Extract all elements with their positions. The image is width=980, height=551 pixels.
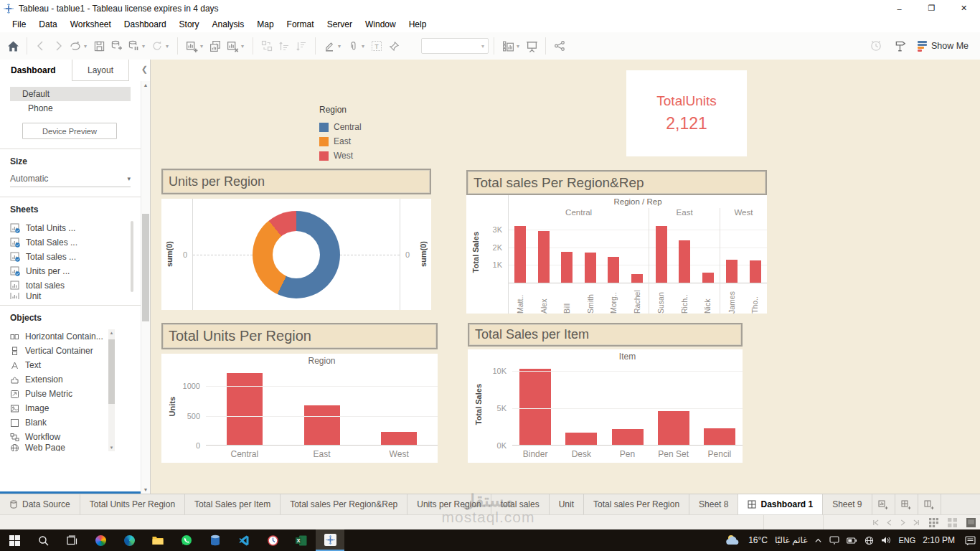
total-sales-item-title[interactable]: Total Sales per Item: [468, 323, 743, 347]
tab-total-sales-per-region-rep[interactable]: Total sales Per Region&Rep: [281, 494, 407, 514]
close-button[interactable]: ✕: [948, 0, 980, 17]
group-members-icon[interactable]: [344, 37, 362, 55]
battery-icon[interactable]: [847, 537, 857, 545]
new-worksheet-caret-icon[interactable]: ▾: [200, 43, 207, 50]
menu-item-server[interactable]: Server: [321, 18, 359, 31]
tab-dashboard[interactable]: Dashboard: [11, 65, 56, 75]
presentation-icon[interactable]: [523, 37, 540, 55]
swap-axes-icon[interactable]: [258, 37, 275, 55]
cast-icon[interactable]: [829, 536, 839, 545]
photos-button[interactable]: [86, 529, 115, 551]
task-view-button[interactable]: [57, 529, 86, 551]
bar-matt[interactable]: [514, 226, 526, 283]
menu-item-help[interactable]: Help: [402, 18, 433, 31]
tab-data-source[interactable]: Data Source: [0, 494, 80, 514]
sheet-item-units-per[interactable]: Units per ...: [10, 264, 131, 278]
new-datasource-icon[interactable]: [108, 37, 125, 55]
temperature[interactable]: 16°C: [748, 535, 768, 545]
refresh-caret-icon[interactable]: ▾: [166, 43, 172, 50]
bar-rich[interactable]: [679, 240, 690, 283]
collapse-pane-icon[interactable]: ❮: [141, 65, 148, 74]
sheet-item-total-sales[interactable]: total sales: [10, 278, 131, 293]
bar-bill[interactable]: [561, 252, 573, 283]
show-hide-cards-icon[interactable]: [892, 37, 909, 55]
new-dashboard-tab-button[interactable]: [895, 494, 918, 514]
forward-icon[interactable]: [50, 37, 67, 55]
tab-dashboard-1[interactable]: Dashboard 1: [738, 494, 823, 514]
bar-nick[interactable]: [702, 273, 714, 283]
menu-item-window[interactable]: Window: [359, 18, 402, 31]
bar-susan[interactable]: [656, 226, 667, 283]
sheet-sorter-view-icon[interactable]: [929, 518, 938, 527]
device-preview-button[interactable]: Device Preview: [22, 123, 117, 139]
volume-icon[interactable]: [881, 536, 891, 545]
new-worksheet-tab-button[interactable]: [872, 494, 895, 514]
legend-item-east[interactable]: East: [319, 134, 362, 149]
toolbar-combo[interactable]: ▾: [421, 38, 489, 54]
language-indicator[interactable]: ENG: [898, 536, 915, 545]
total-units-region-title[interactable]: Total Units Per Region: [161, 323, 438, 349]
fit-caret-icon[interactable]: ▾: [517, 43, 523, 50]
new-story-tab-button[interactable]: [918, 494, 941, 514]
legend-item-central[interactable]: Central: [319, 120, 362, 134]
last-sheet-icon[interactable]: [913, 519, 920, 526]
refresh-icon[interactable]: [149, 37, 166, 55]
file-explorer-button[interactable]: [143, 529, 172, 551]
pause-updates-icon[interactable]: [125, 37, 142, 55]
highlight-icon[interactable]: [321, 37, 338, 55]
menu-item-map[interactable]: Map: [250, 18, 280, 31]
clock-button[interactable]: [258, 529, 287, 551]
bar-rachel[interactable]: [631, 274, 643, 283]
next-sheet-icon[interactable]: [900, 519, 906, 526]
pause-caret-icon[interactable]: ▾: [142, 43, 149, 50]
tab-total-sales[interactable]: total sales: [491, 494, 550, 514]
back-icon[interactable]: [32, 37, 50, 55]
replay-caret-icon[interactable]: ▾: [84, 43, 90, 50]
tab-units-per-region[interactable]: Units per Region: [407, 494, 491, 514]
duplicate-icon[interactable]: [207, 37, 224, 55]
sales-region-rep-title[interactable]: Total sales Per Region&Rep: [466, 170, 767, 195]
sql-server-button[interactable]: [201, 529, 230, 551]
restore-button[interactable]: ❐: [915, 0, 948, 17]
search-button[interactable]: [29, 529, 57, 551]
tableau-button[interactable]: [316, 529, 344, 551]
weather-icon[interactable]: [725, 534, 741, 547]
menu-item-worksheet[interactable]: Worksheet: [64, 18, 118, 31]
replay-icon[interactable]: [67, 37, 84, 55]
show-me-button[interactable]: Show Me: [918, 41, 969, 52]
bar-morg[interactable]: [608, 257, 619, 283]
save-icon[interactable]: [90, 37, 108, 55]
clear-sheet-icon[interactable]: [224, 37, 241, 55]
minimize-button[interactable]: –: [883, 0, 915, 17]
share-icon[interactable]: [551, 37, 568, 55]
tab-total-sales-per-region[interactable]: Total sales Per Region: [584, 494, 689, 514]
tab-unit[interactable]: Unit: [550, 494, 584, 514]
bar-james[interactable]: [726, 260, 738, 283]
tab-total-units-per-region[interactable]: Total Units Per Region: [80, 494, 185, 514]
group-caret-icon[interactable]: ▾: [362, 43, 368, 50]
sort-descending-icon[interactable]: [293, 37, 310, 55]
filmstrip-view-icon[interactable]: [948, 518, 957, 527]
excel-button[interactable]: X: [287, 529, 316, 551]
start-button[interactable]: [0, 529, 29, 551]
edge-button[interactable]: [115, 529, 143, 551]
sheet-item-total-units[interactable]: Total Units ...: [10, 221, 131, 235]
sheet-item-unit[interactable]: Unit: [10, 293, 131, 299]
tab-sheet-9[interactable]: Sheet 9: [823, 494, 872, 514]
units-per-region-title[interactable]: Units per Region: [161, 169, 431, 194]
menu-item-dashboard[interactable]: Dashboard: [118, 18, 173, 31]
weather-text[interactable]: غائم غالبًا: [775, 535, 807, 545]
panel-scrollbar[interactable]: ▲▼: [141, 81, 150, 494]
bar-alex[interactable]: [538, 231, 550, 283]
presentation-view-icon[interactable]: [966, 518, 976, 527]
menu-item-format[interactable]: Format: [281, 18, 321, 31]
legend-item-west[interactable]: West: [319, 149, 362, 163]
first-sheet-icon[interactable]: [872, 519, 879, 526]
sheets-scrollbar[interactable]: [131, 221, 133, 292]
bar-tho[interactable]: [750, 260, 761, 283]
new-worksheet-icon[interactable]: [183, 37, 200, 55]
tray-chevron-icon[interactable]: [814, 537, 822, 545]
menu-item-file[interactable]: File: [6, 18, 32, 31]
menu-item-data[interactable]: Data: [32, 18, 63, 31]
text-label-icon[interactable]: T: [368, 37, 385, 55]
